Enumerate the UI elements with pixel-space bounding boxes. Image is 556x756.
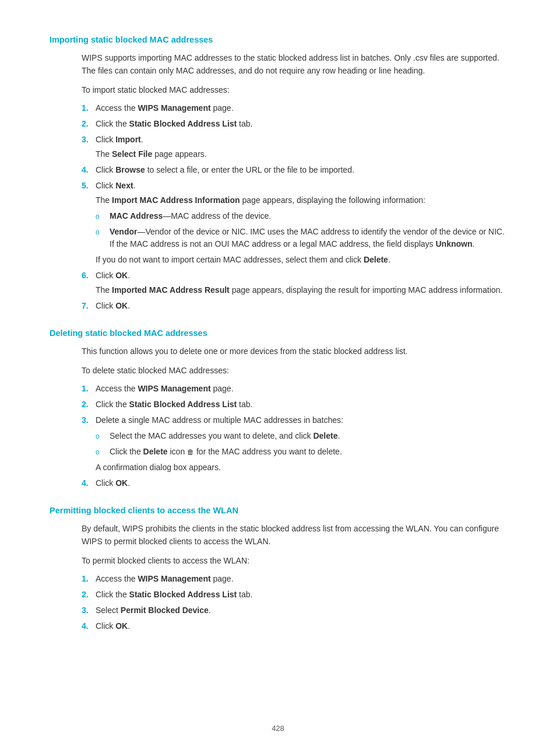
page-container: Importing static blocked MAC addresses W… xyxy=(0,0,556,756)
intro-text-1: WIPS supports importing MAC addresses to… xyxy=(82,51,506,78)
import-step-3-sub: The Select File page appears. xyxy=(96,148,506,160)
import-step-5-bullets: o MAC Address—MAC address of the device.… xyxy=(96,210,506,250)
section-importing: Importing static blocked MAC addresses W… xyxy=(50,35,506,312)
delete-step-3-bullets: o Select the MAC addresses you want to d… xyxy=(96,430,506,458)
delete-step-1: 1. Access the WIPS Management page. xyxy=(82,383,506,395)
permit-step-3: 3. Select Permit Blocked Device. xyxy=(82,604,506,617)
delete-bullet-2: o Click the Delete icon 🗑 for the MAC ad… xyxy=(96,446,506,458)
permit-intro-2: To permit blocked clients to access the … xyxy=(82,554,506,567)
trash-icon: 🗑 xyxy=(187,447,194,457)
delete-step-4: 4. Click OK. xyxy=(82,477,506,489)
section-heading-permitting: Permitting blocked clients to access the… xyxy=(50,506,506,515)
delete-intro-1: This function allows you to delete one o… xyxy=(82,345,506,358)
permit-step-1: 1. Access the WIPS Management page. xyxy=(82,573,506,585)
permit-step-4: 4. Click OK. xyxy=(82,620,506,632)
section-permitting: Permitting blocked clients to access the… xyxy=(50,506,506,632)
import-step-3: 3. Click Import. The Select File page ap… xyxy=(82,134,506,160)
section-heading-deleting: Deleting static blocked MAC addresses xyxy=(50,328,506,338)
import-step-6-sub: The Imported MAC Address Result page app… xyxy=(96,284,506,296)
page-number: 428 xyxy=(0,724,556,733)
delete-step-3: 3. Delete a single MAC address or multip… xyxy=(82,414,506,474)
bullet-mac-address: o MAC Address—MAC address of the device. xyxy=(96,210,506,222)
delete-intro-2: To delete static blocked MAC addresses: xyxy=(82,364,506,377)
delete-step-2: 2. Click the Static Blocked Address List… xyxy=(82,398,506,411)
import-steps-list: 1. Access the WIPS Management page. 2. C… xyxy=(82,102,506,312)
intro-text-2: To import static blocked MAC addresses: xyxy=(82,83,506,96)
import-step-4: 4. Click Browse to select a file, or ent… xyxy=(82,164,506,176)
import-step-1: 1. Access the WIPS Management page. xyxy=(82,102,506,114)
import-step-6: 6. Click OK. The Imported MAC Address Re… xyxy=(82,270,506,296)
permit-steps-list: 1. Access the WIPS Management page. 2. C… xyxy=(82,573,506,632)
import-step-5-sub: The Import MAC Address Information page … xyxy=(96,194,506,206)
delete-steps-list: 1. Access the WIPS Management page. 2. C… xyxy=(82,383,506,489)
import-step-7: 7. Click OK. xyxy=(82,300,506,312)
delete-bullet-1: o Select the MAC addresses you want to d… xyxy=(96,430,506,442)
section-heading-importing: Importing static blocked MAC addresses xyxy=(50,35,506,44)
import-step-2: 2. Click the Static Blocked Address List… xyxy=(82,118,506,130)
permit-step-2: 2. Click the Static Blocked Address List… xyxy=(82,589,506,601)
import-step-5: 5. Click Next. The Import MAC Address In… xyxy=(82,180,506,266)
delete-step-3-extra: A confirmation dialog box appears. xyxy=(96,461,506,474)
section-deleting: Deleting static blocked MAC addresses Th… xyxy=(50,328,506,489)
permit-intro-1: By default, WIPS prohibits the clients i… xyxy=(82,522,506,548)
import-step-5-extra: If you do not want to import certain MAC… xyxy=(96,254,506,266)
bullet-vendor: o Vendor—Vendor of the device or NIC. IM… xyxy=(96,226,506,250)
